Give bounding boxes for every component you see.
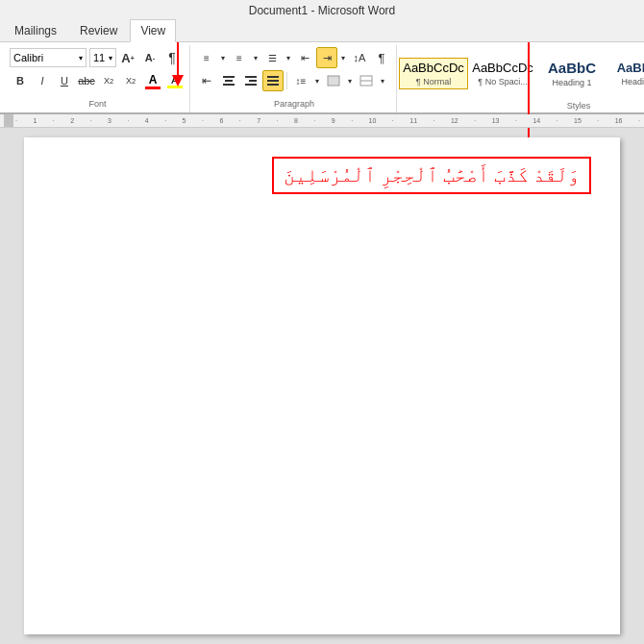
- style-heading2-label: Heading 2: [621, 77, 644, 87]
- numbering-button[interactable]: ≡: [229, 47, 250, 68]
- style-heading2-preview: AaBbCc: [617, 61, 644, 75]
- font-group: Calibri ▾ 11 ▾ A+ A- ¶ B: [6, 45, 190, 112]
- tab-mailings[interactable]: Mailings: [4, 19, 67, 41]
- paragraph-group: ≡ ▾ ≡ ▾ ☰ ▾ ⇤: [192, 45, 397, 112]
- arabic-text-box[interactable]: وَلَقَدْ كَذَّبَ أَصْحَٰبُ ٱلْحِجْرِ ٱلْ…: [272, 157, 591, 194]
- borders-button[interactable]: [356, 70, 377, 91]
- style-heading1-preview: AaBbC: [548, 60, 596, 76]
- page: وَلَقَدْ كَذَّبَ أَصْحَٰبُ ٱلْحِجْرِ ٱلْ…: [24, 137, 620, 634]
- style-no-spacing[interactable]: AaBbCcDc ¶ No Spaci...: [468, 58, 537, 89]
- italic-button[interactable]: I: [32, 70, 53, 91]
- svg-rect-5: [245, 84, 257, 86]
- align-right-button[interactable]: [240, 70, 261, 91]
- font-shrink-button[interactable]: A-: [139, 47, 161, 68]
- svg-rect-6: [267, 76, 279, 78]
- strikethrough-button[interactable]: abc: [76, 70, 97, 91]
- font-size-dropdown[interactable]: 11 ▾: [89, 48, 116, 67]
- numbering-dropdown[interactable]: ▾: [251, 47, 260, 68]
- style-heading1-label: Heading 1: [552, 78, 591, 87]
- font-name-dropdown[interactable]: Calibri ▾: [10, 48, 87, 67]
- title-text: Document1 - Microsoft Word: [249, 4, 396, 17]
- shading-dropdown[interactable]: ▾: [345, 70, 355, 91]
- svg-rect-7: [267, 80, 279, 82]
- tab-review[interactable]: Review: [69, 19, 128, 41]
- justify-button[interactable]: [262, 70, 284, 91]
- ruler-marks: ·1·2·3·4·5·6·7·8·9·10·11·12·13·14·15·16·: [15, 117, 640, 124]
- indent-dropdown[interactable]: ▾: [338, 47, 348, 68]
- style-heading2[interactable]: AaBbCc Heading 2: [607, 58, 644, 89]
- paragraph-group-label: Paragraph: [196, 99, 392, 111]
- style-normal-preview: AaBbCcDc: [403, 61, 464, 75]
- svg-rect-3: [245, 76, 257, 78]
- svg-rect-8: [267, 84, 279, 86]
- line-spacing-dropdown[interactable]: ▾: [312, 70, 322, 91]
- styles-group-label: Styles: [399, 101, 644, 112]
- font-group-label: Font: [10, 99, 186, 111]
- style-no-spacing-label: ¶ No Spaci...: [478, 77, 527, 87]
- font-grow-button[interactable]: A+: [117, 47, 138, 68]
- document-area: وَلَقَدْ كَذَّبَ أَصْحَٰبُ ٱلْحِجْرِ ٱلْ…: [0, 128, 644, 644]
- line-spacing-button[interactable]: ↕≡: [290, 70, 311, 91]
- highlight-color-button[interactable]: A: [164, 74, 186, 88]
- style-normal-label: ¶ Normal: [416, 77, 451, 87]
- increase-indent-button[interactable]: ⇥: [316, 47, 337, 68]
- style-heading1[interactable]: AaBbC Heading 1: [537, 57, 607, 90]
- arabic-text: وَلَقَدْ كَذَّبَ أَصْحَٰبُ ٱلْحِجْرِ ٱلْ…: [284, 164, 580, 186]
- svg-rect-4: [249, 80, 257, 82]
- svg-rect-1: [225, 80, 233, 82]
- align-center-button[interactable]: [218, 70, 239, 91]
- superscript-button[interactable]: X2: [120, 70, 141, 91]
- styles-group: AaBbCcDc ¶ Normal AaBbCcDc ¶ No Spaci...…: [399, 45, 644, 112]
- bullets-dropdown[interactable]: ▾: [218, 47, 228, 68]
- align-left-button[interactable]: ⇤: [196, 70, 217, 91]
- style-no-spacing-preview: AaBbCcDc: [472, 61, 533, 75]
- show-formatting-button[interactable]: ¶: [161, 47, 183, 68]
- ribbon-tabs: Mailings Review View: [0, 17, 644, 42]
- style-normal[interactable]: AaBbCcDc ¶ Normal: [399, 58, 468, 89]
- svg-rect-2: [223, 84, 235, 86]
- tab-view[interactable]: View: [130, 19, 176, 42]
- svg-rect-0: [223, 76, 235, 78]
- svg-rect-9: [328, 76, 339, 86]
- multilevel-button[interactable]: ☰: [261, 47, 283, 68]
- shading-button[interactable]: [323, 70, 344, 91]
- show-hide-button[interactable]: ¶: [371, 47, 392, 68]
- ruler: ·1·2·3·4·5·6·7·8·9·10·11·12·13·14·15·16·: [0, 114, 644, 128]
- bullets-button[interactable]: ≡: [196, 47, 217, 68]
- ruler-left-margin: [4, 114, 13, 128]
- sort-button[interactable]: ↕A: [349, 47, 370, 68]
- ribbon: Calibri ▾ 11 ▾ A+ A- ¶ B: [0, 42, 644, 114]
- main-layout: Document1 - Microsoft Word Mailings Revi…: [0, 0, 644, 644]
- subscript-button[interactable]: X2: [98, 70, 119, 91]
- title-bar: Document1 - Microsoft Word: [0, 0, 644, 17]
- borders-dropdown[interactable]: ▾: [378, 70, 387, 91]
- underline-button[interactable]: U: [54, 70, 75, 91]
- multilevel-dropdown[interactable]: ▾: [284, 47, 293, 68]
- font-color-button[interactable]: A: [142, 73, 163, 89]
- decrease-indent-button[interactable]: ⇤: [294, 47, 315, 68]
- bold-button[interactable]: B: [10, 70, 31, 91]
